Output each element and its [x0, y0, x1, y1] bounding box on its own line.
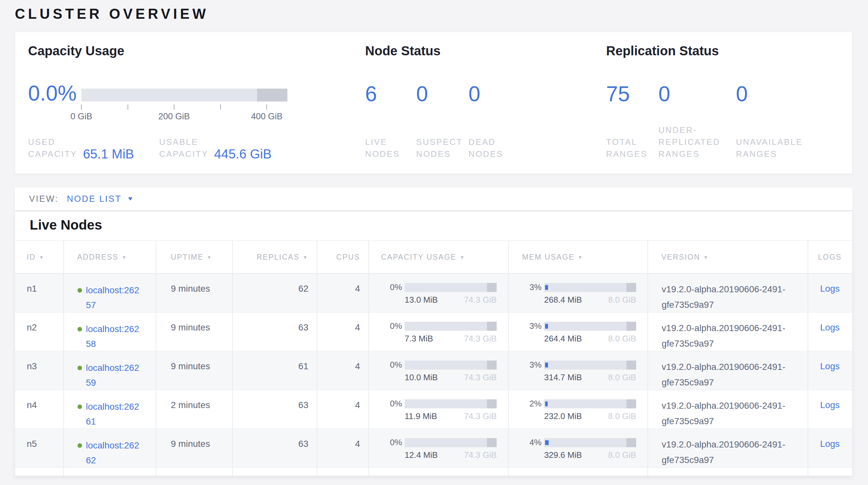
- sort-caret-icon: ▼: [122, 254, 127, 260]
- capacity-axis-ticks: [82, 105, 287, 110]
- node-mem-usage-cell: 2% 232.0 MiB 8.0 GiB: [508, 390, 648, 428]
- node-address-cell: localhost:26257: [64, 274, 156, 312]
- sort-caret-icon: ▼: [460, 254, 465, 260]
- node-live-dot-icon: [78, 366, 82, 370]
- node-uptime-cell: 9 minutes: [156, 429, 233, 467]
- empty-cell: [64, 468, 156, 476]
- node-mem-usage-cell: 3% 264.4 MiB 8.0 GiB: [508, 313, 648, 351]
- node-cpus-cell: 4: [317, 274, 369, 312]
- column-header-label: ID: [27, 253, 36, 262]
- summary-stat-value: 0: [658, 82, 736, 105]
- summary-stat-label: UNDER-REPLICATEDRANGES: [658, 124, 736, 160]
- node-address-link[interactable]: localhost:26261: [86, 399, 143, 428]
- node-capacity-usage-cell: 0% 13.0 MiB 74.3 GiB: [369, 274, 508, 312]
- empty-cell: [808, 468, 851, 476]
- capacity-usage-bar: [82, 89, 287, 102]
- replication-status-title: Replication Status: [606, 43, 839, 59]
- used-capacity-value: 65.1 MiB: [83, 148, 134, 160]
- node-version-cell: v19.2.0-alpha.20190606-2491-gfe735c9a97: [648, 390, 808, 428]
- column-header-label: REPLICAS: [257, 253, 300, 262]
- axis-label: 200 GiB: [158, 112, 190, 121]
- node-uptime-cell: 2 minutes: [156, 390, 233, 428]
- node-replicas-cell: 62: [233, 274, 317, 312]
- node-id-cell: n3: [15, 351, 64, 390]
- view-label: VIEW:: [29, 194, 58, 204]
- summary-stat: 0 SUSPECTNODES: [416, 82, 469, 160]
- node-address-cell: localhost:26258: [64, 313, 156, 351]
- column-header-address[interactable]: ADDRESS ▼: [64, 241, 156, 273]
- mem-bar-used-segment: [545, 440, 549, 445]
- node-address-link[interactable]: localhost:26259: [86, 361, 143, 390]
- column-header-version[interactable]: VERSION ▼: [648, 241, 808, 273]
- logs-link[interactable]: Logs: [820, 400, 840, 410]
- table-header-row: ID ▼ ADDRESS ▼ UPTIME ▼ REPLICAS ▼ CPUS …: [15, 240, 852, 274]
- node-version-cell: v19.2.0-alpha.20190606-2491-gfe735c9a97: [648, 429, 808, 467]
- column-header-logs: LOGS: [808, 241, 851, 273]
- node-status-section: Node Status 6 LIVENODES 0 SUSPECTNODES 0…: [365, 43, 606, 160]
- node-replicas-cell: 63: [233, 313, 317, 351]
- mem-bar-other-segment: [626, 361, 636, 370]
- capacity-bar-other-segment: [257, 89, 287, 102]
- node-address-link[interactable]: localhost:26257: [86, 283, 143, 312]
- table-row: n2 localhost:26258 9 minutes 63 4 0% 7.3…: [15, 313, 852, 351]
- chevron-down-icon: ▼: [127, 196, 134, 202]
- capacity-bar-other-segment: [487, 361, 497, 370]
- summary-stat-label: UNAVAILABLERANGES: [736, 136, 839, 160]
- node-mem-usage-cell: 3% 314.7 MiB 8.0 GiB: [508, 351, 648, 390]
- mem-bar-used-segment: [545, 401, 548, 406]
- summary-stat-label: LIVENODES: [365, 136, 416, 160]
- column-header-label: ADDRESS: [77, 253, 119, 262]
- node-uptime-cell: 9 minutes: [156, 351, 233, 390]
- column-header-memory[interactable]: MEM USAGE ▼: [508, 241, 648, 273]
- node-replicas-cell: 63: [233, 390, 317, 428]
- mem-bar-other-segment: [626, 283, 636, 292]
- sort-caret-icon: ▼: [39, 254, 44, 260]
- column-header-label: VERSION: [661, 253, 700, 262]
- node-id-cell: n5: [15, 429, 64, 467]
- live-nodes-title: Live Nodes: [15, 211, 852, 240]
- node-capacity-usage-cell: 0% 12.4 MiB 74.3 GiB: [369, 429, 508, 467]
- node-address-cell: localhost:26259: [64, 351, 156, 390]
- node-cpus-cell: 4: [317, 351, 369, 390]
- node-logs-cell: Logs: [808, 390, 851, 428]
- summary-stat-label: TOTALRANGES: [606, 136, 658, 160]
- mem-bar-other-segment: [626, 322, 636, 331]
- column-header-cpus: CPUS: [317, 241, 369, 273]
- node-address-link[interactable]: localhost:26262: [86, 438, 143, 467]
- summary-stat-label: DEADNODES: [469, 136, 533, 160]
- node-address-cell: localhost:26261: [64, 390, 156, 428]
- column-header-id[interactable]: ID ▼: [15, 241, 64, 273]
- mem-bar-used-segment: [545, 363, 548, 367]
- logs-link[interactable]: Logs: [820, 439, 840, 449]
- view-dropdown[interactable]: NODE LIST ▼: [67, 194, 133, 204]
- empty-cell: [648, 468, 808, 476]
- summary-stat-value: 0: [416, 82, 469, 105]
- usable-capacity-value: 445.6 GiB: [214, 148, 272, 160]
- logs-link[interactable]: Logs: [820, 361, 840, 371]
- table-row-partial: [15, 468, 852, 476]
- axis-tick: [128, 105, 128, 110]
- capacity-bar-other-segment: [487, 399, 497, 408]
- column-header-capacity[interactable]: CAPACITY USAGE ▼: [369, 241, 508, 273]
- empty-cell: [233, 468, 317, 476]
- sort-caret-icon: ▼: [207, 254, 212, 260]
- capacity-usage-bar: [405, 322, 497, 331]
- capacity-bar-other-segment: [487, 322, 497, 331]
- summary-stat-value: 6: [365, 82, 416, 105]
- column-header-uptime[interactable]: UPTIME ▼: [156, 241, 233, 273]
- logs-link[interactable]: Logs: [820, 322, 840, 333]
- table-row: n1 localhost:26257 9 minutes 62 4 0% 13.…: [15, 274, 852, 313]
- node-replicas-cell: 61: [233, 351, 317, 390]
- node-address-link[interactable]: localhost:26258: [86, 322, 143, 351]
- node-capacity-usage-cell: 0% 7.3 MiB 74.3 GiB: [369, 313, 508, 351]
- logs-link[interactable]: Logs: [820, 284, 840, 293]
- usable-capacity-label: USABLE CAPACITY: [159, 136, 208, 160]
- summary-stat: 6 LIVENODES: [365, 82, 416, 160]
- summary-stat: 0 DEADNODES: [469, 82, 533, 160]
- node-status-title: Node Status: [365, 43, 606, 59]
- usable-capacity-stat: USABLE CAPACITY 445.6 GiB: [159, 136, 272, 160]
- summary-stat: 75 TOTALRANGES: [606, 82, 658, 160]
- mem-usage-bar: [544, 438, 636, 447]
- column-header-replicas[interactable]: REPLICAS ▼: [233, 241, 317, 273]
- view-selector-bar: VIEW: NODE LIST ▼: [15, 188, 852, 210]
